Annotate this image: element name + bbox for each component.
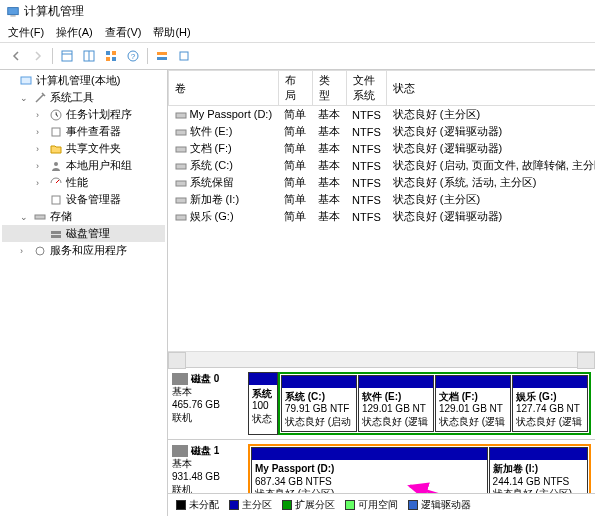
swatch-icon (176, 500, 186, 510)
disk-0-partition-group: 系统 (C:)79.91 GB NTF状态良好 (启动 软件 (E:)129.0… (278, 372, 591, 436)
partition-bar (490, 448, 587, 460)
swatch-icon (408, 500, 418, 510)
expander-icon[interactable]: › (36, 127, 46, 137)
expander-icon[interactable]: ⌄ (20, 93, 30, 103)
expander-icon[interactable]: › (36, 178, 46, 188)
disk-0-row[interactable]: 磁盘 0 基本 465.76 GB 联机 系统 100 状态 系 (168, 368, 595, 441)
svg-rect-0 (8, 7, 19, 14)
tree-device-manager[interactable]: 设备管理器 (2, 191, 165, 208)
refresh-button[interactable] (101, 46, 121, 66)
column-header[interactable]: 状态 (387, 71, 595, 106)
partition-system-reserved[interactable]: 系统 100 状态 (248, 372, 278, 436)
tree-root[interactable]: 计算机管理(本地) (2, 72, 165, 89)
forward-button[interactable] (28, 46, 48, 66)
window-title: 计算机管理 (24, 3, 84, 20)
volume-row[interactable]: 系统 (C:)简单基本NTFS状态良好 (启动, 页面文件, 故障转储, 主分区… (169, 157, 596, 174)
svg-rect-9 (112, 57, 116, 61)
disk-1-info: 磁盘 1 基本 931.48 GB 联机 (172, 444, 244, 493)
tree-system-tools[interactable]: ⌄系统工具 (2, 89, 165, 106)
legend: 未分配 主分区 扩展分区 可用空间 逻辑驱动器 (168, 493, 595, 516)
partition-bar (282, 376, 356, 388)
svg-rect-30 (176, 198, 186, 203)
tree-disk-management[interactable]: 磁盘管理 (2, 225, 165, 242)
expander-icon[interactable]: › (20, 246, 30, 256)
svg-rect-14 (180, 52, 188, 60)
event-icon (49, 125, 63, 139)
menu-action[interactable]: 操作(A) (56, 25, 93, 40)
tree-storage[interactable]: ⌄存储 (2, 208, 165, 225)
partition-i[interactable]: 新加卷 (I:)244.14 GB NTFS状态良好 (主分区) (489, 447, 588, 493)
disk-map: 磁盘 0 基本 465.76 GB 联机 系统 100 状态 系 (168, 367, 595, 494)
view-button-1[interactable] (57, 46, 77, 66)
svg-rect-2 (62, 51, 72, 61)
svg-rect-28 (176, 164, 186, 169)
volume-row[interactable]: 系统保留简单基本NTFS状态良好 (系统, 活动, 主分区)100 MB65 (169, 174, 596, 191)
partition-d[interactable]: My Passport (D:)687.34 GB NTFS状态良好 (主分区) (251, 447, 488, 493)
svg-rect-31 (176, 215, 186, 220)
volume-row[interactable]: My Passport (D:)简单基本NTFS状态良好 (主分区)687.34… (169, 106, 596, 124)
legend-primary: 主分区 (229, 498, 272, 512)
menu-view[interactable]: 查看(V) (105, 25, 142, 40)
tree-pane[interactable]: 计算机管理(本地) ⌄系统工具 ›任务计划程序 ›事件查看器 ›共享文件夹 ›本… (0, 70, 168, 516)
column-header[interactable]: 卷 (169, 71, 279, 106)
folder-icon (49, 142, 63, 156)
back-button[interactable] (6, 46, 26, 66)
svg-rect-23 (51, 235, 61, 238)
tree-local-users[interactable]: ›本地用户和组 (2, 157, 165, 174)
tree-performance[interactable]: ›性能 (2, 174, 165, 191)
svg-rect-8 (106, 57, 110, 61)
swatch-icon (229, 500, 239, 510)
disk-icon (172, 445, 188, 457)
menu-help[interactable]: 帮助(H) (153, 25, 190, 40)
legend-unallocated: 未分配 (176, 498, 219, 512)
legend-logical: 逻辑驱动器 (408, 498, 471, 512)
expander-icon[interactable]: › (36, 110, 46, 120)
tree-services[interactable]: ›服务和应用程序 (2, 242, 165, 259)
partition-f[interactable]: 文档 (F:)129.01 GB NT状态良好 (逻辑 (435, 375, 511, 433)
toolbar: ? (0, 43, 595, 70)
partition-c[interactable]: 系统 (C:)79.91 GB NTF状态良好 (启动 (281, 375, 357, 433)
swatch-icon (345, 500, 355, 510)
svg-rect-1 (10, 15, 15, 16)
menu-file[interactable]: 文件(F) (8, 25, 44, 40)
partition-e[interactable]: 软件 (E:)129.01 GB NT状态良好 (逻辑 (358, 375, 434, 433)
partition-bar (436, 376, 510, 388)
view-button-2[interactable] (79, 46, 99, 66)
tree-shared-folders[interactable]: ›共享文件夹 (2, 140, 165, 157)
legend-free: 可用空间 (345, 498, 398, 512)
volume-list[interactable]: 卷布局类型文件系统状态容量可 My Passport (D:)简单基本NTFS状… (168, 70, 595, 225)
storage-icon (33, 210, 47, 224)
horizontal-scrollbar[interactable] (168, 351, 595, 367)
svg-rect-21 (35, 215, 45, 219)
column-header[interactable]: 布局 (278, 71, 312, 106)
tree-task-scheduler[interactable]: ›任务计划程序 (2, 106, 165, 123)
volume-row[interactable]: 文档 (F:)简单基本NTFS状态良好 (逻辑驱动器)129.01 GB23 (169, 140, 596, 157)
help-button[interactable]: ? (123, 46, 143, 66)
users-icon (49, 159, 63, 173)
column-header[interactable]: 文件系统 (346, 71, 387, 106)
disk-1-partition-group: My Passport (D:)687.34 GB NTFS状态良好 (主分区)… (248, 444, 591, 493)
disk-1-row[interactable]: 磁盘 1 基本 931.48 GB 联机 My Passport (D:)687… (168, 440, 595, 493)
expander-icon[interactable]: › (36, 161, 46, 171)
partition-bar (252, 448, 487, 460)
svg-point-18 (54, 162, 58, 166)
svg-text:?: ? (131, 52, 136, 61)
volume-row[interactable]: 软件 (E:)简单基本NTFS状态良好 (逻辑驱动器)129.01 GB10 (169, 123, 596, 140)
preview-button[interactable] (152, 46, 172, 66)
legend-extended: 扩展分区 (282, 498, 335, 512)
svg-rect-20 (52, 196, 60, 204)
svg-rect-6 (106, 51, 110, 55)
computer-icon (19, 74, 33, 88)
svg-rect-29 (176, 181, 186, 186)
column-header[interactable]: 类型 (312, 71, 346, 106)
titlebar: 计算机管理 (0, 0, 595, 23)
separator (52, 48, 53, 64)
tree-event-viewer[interactable]: ›事件查看器 (2, 123, 165, 140)
expander-icon[interactable]: › (36, 144, 46, 154)
volume-row[interactable]: 娱乐 (G:)简单基本NTFS状态良好 (逻辑驱动器)127.74 GB11 (169, 208, 596, 225)
volume-row[interactable]: 新加卷 (I:)简单基本NTFS状态良好 (主分区)244.14 GB24 (169, 191, 596, 208)
expander-icon[interactable]: ⌄ (20, 212, 30, 222)
partition-g[interactable]: 娱乐 (G:)127.74 GB NT状态良好 (逻辑 (512, 375, 588, 433)
settings-button[interactable] (174, 46, 194, 66)
disk-icon (49, 227, 63, 241)
